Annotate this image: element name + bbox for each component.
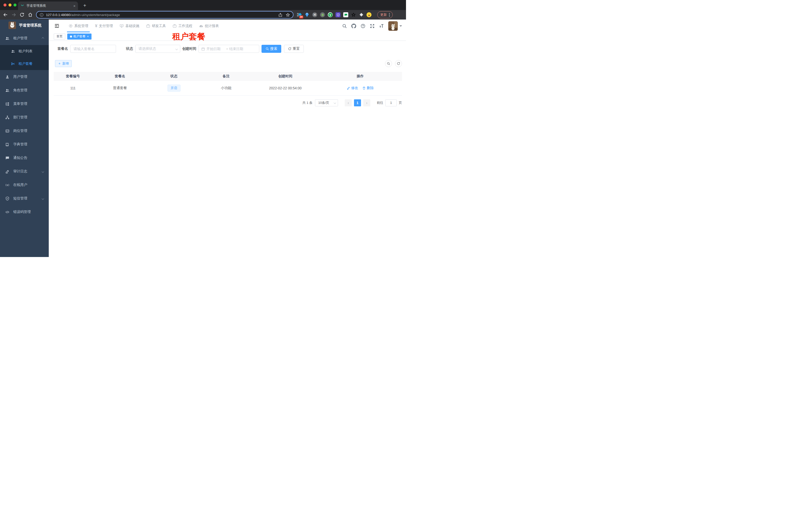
app-header: 系统管理 ¥ 支付管理 基础设施 研发工具: [49, 20, 406, 32]
browser-tab[interactable]: 芋道管理系统 ×: [18, 1, 78, 10]
status-select[interactable]: 请选择状态: [135, 45, 180, 53]
nav-item-workflow[interactable]: 工作流程: [170, 20, 195, 32]
extensions-puzzle-icon[interactable]: [359, 12, 364, 17]
extension-shield-icon[interactable]: [336, 12, 341, 17]
sidebar-item-audit-log[interactable]: 审计日志: [0, 165, 49, 178]
extension-tampermonkey-icon[interactable]: 10: [297, 12, 302, 17]
header-status: 状态: [148, 72, 200, 81]
total-count: 共 1 条: [302, 101, 313, 105]
reset-button[interactable]: 重置: [284, 45, 304, 53]
tree-list-icon: [5, 102, 9, 106]
add-button[interactable]: 新增: [55, 60, 72, 67]
update-label: 更新: [380, 12, 387, 17]
status-label: 状态: [126, 47, 133, 51]
header-create-time: 创建时间: [252, 72, 319, 81]
create-time-range-picker[interactable]: -: [199, 45, 259, 53]
browser-menu-icon[interactable]: [389, 13, 390, 17]
extension-recorder-icon[interactable]: [320, 12, 325, 17]
sidebar-item-dict-management[interactable]: 字典管理: [0, 138, 49, 151]
new-tab-button[interactable]: +: [82, 2, 88, 9]
tag-tenant-package[interactable]: 租户套餐 ×: [67, 33, 91, 39]
forward-icon[interactable]: [11, 12, 16, 17]
tags-view-bar: 首页 租户套餐 × 租户套餐: [49, 32, 406, 41]
header-package-id: 套餐编号: [54, 72, 92, 81]
nav-item-infrastructure[interactable]: 基础设施: [116, 20, 142, 32]
status-toggle-tag[interactable]: 开启: [168, 85, 180, 91]
package-name-input[interactable]: [70, 45, 116, 53]
favicon-leaf-icon: [21, 4, 24, 8]
fullscreen-icon[interactable]: [370, 24, 375, 29]
back-icon[interactable]: [3, 12, 8, 17]
help-icon[interactable]: [360, 24, 366, 29]
sidebar-item-post-management[interactable]: 岗位管理: [0, 124, 49, 138]
sidebar-item-error-code[interactable]: 错误码管理: [0, 205, 49, 219]
nav-item-payment[interactable]: ¥ 支付管理: [92, 20, 116, 32]
extension-chat-icon[interactable]: [343, 12, 348, 17]
goto-label: 前往: [377, 101, 383, 105]
sidebar-item-tenant-package[interactable]: 租户套餐: [0, 58, 49, 70]
nav-item-dev-tools[interactable]: 研发工具: [143, 20, 169, 32]
browser-update-button[interactable]: 更新: [377, 11, 393, 18]
shield-icon: [5, 196, 9, 201]
window-minimize-button[interactable]: [8, 3, 11, 6]
chevron-down-icon: [334, 102, 336, 104]
address-bar[interactable]: 127.0.0.1:48080/admin-ui/system/tenant/p…: [36, 11, 293, 19]
window-close-button[interactable]: [3, 3, 6, 6]
page-size-select[interactable]: 10条/页: [315, 99, 338, 106]
next-page-button[interactable]: ›: [363, 99, 370, 106]
sidebar-item-dept-management[interactable]: 部门管理: [0, 111, 49, 124]
header-actions: [342, 21, 402, 31]
share-icon[interactable]: [278, 13, 283, 17]
end-date-input[interactable]: [229, 47, 248, 51]
tab-close-icon[interactable]: ×: [73, 4, 76, 8]
home-icon[interactable]: [28, 12, 33, 17]
sidebar-item-online-users[interactable]: 在线用户: [0, 178, 49, 192]
sidebar-item-tenant-list[interactable]: 租户列表: [0, 45, 49, 58]
sidebar-collapse-icon[interactable]: [54, 23, 59, 29]
refresh-table-button[interactable]: [395, 60, 402, 67]
sidebar-item-notice[interactable]: 通知公告: [0, 151, 49, 165]
app-title: 芋道管理系统: [19, 23, 41, 28]
sidebar-item-role-management[interactable]: 角色管理: [0, 84, 49, 97]
bookmark-star-icon[interactable]: [286, 13, 290, 17]
user-menu[interactable]: [388, 21, 402, 31]
edit-link[interactable]: 修改: [347, 86, 358, 90]
extension-emoji-icon[interactable]: [367, 12, 372, 17]
sidebar-item-tenant-management[interactable]: 租户管理: [0, 31, 49, 45]
url-host: 127.0.0.1:48080: [46, 13, 70, 17]
tag-close-icon[interactable]: ×: [87, 35, 89, 38]
start-date-input[interactable]: [206, 47, 225, 51]
search-icon[interactable]: [342, 24, 347, 29]
extension-y-icon[interactable]: y: [328, 12, 333, 17]
page-unit-label: 页: [399, 101, 402, 105]
prev-page-button[interactable]: ‹: [345, 99, 352, 106]
nav-item-system[interactable]: 系统管理: [65, 20, 91, 32]
book-icon: [5, 142, 9, 147]
github-icon[interactable]: [351, 24, 356, 29]
extension-gem-icon[interactable]: [304, 12, 310, 17]
delete-link[interactable]: 删除: [362, 86, 374, 90]
tag-home[interactable]: 首页: [54, 33, 65, 39]
search-button[interactable]: 搜索: [261, 45, 281, 53]
sidebar-logo[interactable]: 芋道管理系统: [0, 20, 49, 31]
briefcase-icon: [146, 24, 150, 28]
url-text[interactable]: 127.0.0.1:48080/admin-ui/system/tenant/p…: [46, 13, 276, 17]
font-size-icon[interactable]: [379, 24, 384, 29]
trash-icon: [362, 86, 366, 90]
yen-icon: ¥: [95, 24, 97, 28]
site-info-icon[interactable]: [39, 13, 44, 17]
nav-item-reports[interactable]: 统计报表: [196, 20, 222, 32]
goto-page-input[interactable]: [385, 99, 397, 106]
sidebar-item-sms-management[interactable]: 短信管理: [0, 192, 49, 205]
sidebar-item-menu-management[interactable]: 菜单管理: [0, 97, 49, 111]
reload-icon[interactable]: [20, 12, 25, 17]
extension-command-icon[interactable]: ⌘: [312, 12, 317, 17]
sidebar-item-user-management[interactable]: 用户管理: [0, 70, 49, 84]
extension-star-icon[interactable]: [351, 12, 356, 17]
filter-form: 套餐名 状态 请选择状态 创建时间 -: [54, 45, 402, 53]
people-icon: [5, 36, 9, 40]
page-number-1[interactable]: 1: [354, 99, 361, 106]
window-zoom-button[interactable]: [13, 3, 17, 6]
active-dot: [70, 35, 72, 37]
toggle-search-button[interactable]: [385, 60, 392, 67]
